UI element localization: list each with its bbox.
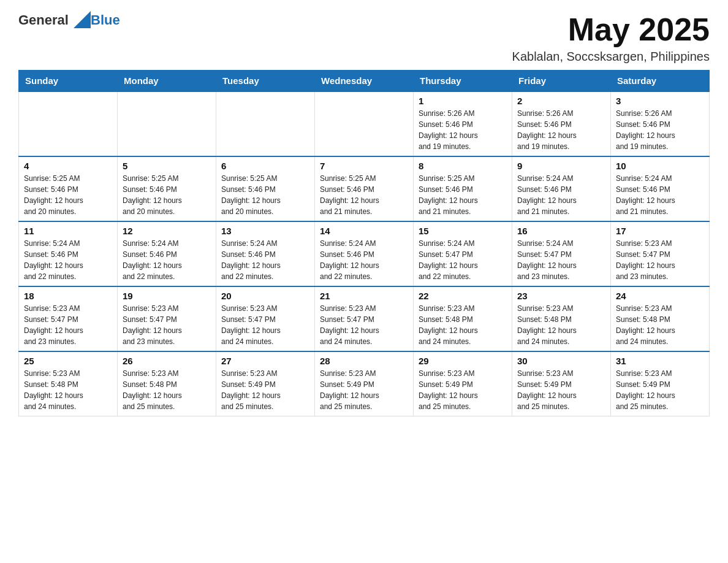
day-number: 21	[320, 291, 408, 301]
day-info: Sunrise: 5:24 AM Sunset: 5:46 PM Dayligh…	[123, 238, 211, 282]
calendar-header-tuesday: Tuesday	[216, 71, 315, 92]
day-number: 27	[221, 356, 309, 366]
month-title: May 2025	[512, 12, 710, 47]
day-info: Sunrise: 5:25 AM Sunset: 5:46 PM Dayligh…	[221, 173, 309, 217]
calendar-cell: 4Sunrise: 5:25 AM Sunset: 5:46 PM Daylig…	[19, 156, 118, 221]
calendar-cell: 28Sunrise: 5:23 AM Sunset: 5:49 PM Dayli…	[315, 351, 414, 416]
day-info: Sunrise: 5:24 AM Sunset: 5:47 PM Dayligh…	[517, 238, 605, 282]
calendar-cell: 23Sunrise: 5:23 AM Sunset: 5:48 PM Dayli…	[512, 286, 611, 351]
calendar-header-sunday: Sunday	[19, 71, 118, 92]
day-number: 18	[24, 291, 112, 301]
calendar-cell: 31Sunrise: 5:23 AM Sunset: 5:49 PM Dayli…	[611, 351, 710, 416]
calendar-cell: 2Sunrise: 5:26 AM Sunset: 5:46 PM Daylig…	[512, 91, 611, 156]
calendar-cell: 10Sunrise: 5:24 AM Sunset: 5:46 PM Dayli…	[611, 156, 710, 221]
day-info: Sunrise: 5:23 AM Sunset: 5:49 PM Dayligh…	[616, 368, 704, 412]
day-info: Sunrise: 5:24 AM Sunset: 5:46 PM Dayligh…	[517, 173, 605, 217]
day-info: Sunrise: 5:26 AM Sunset: 5:46 PM Dayligh…	[616, 108, 704, 152]
day-number: 1	[419, 96, 507, 106]
day-info: Sunrise: 5:23 AM Sunset: 5:49 PM Dayligh…	[419, 368, 507, 412]
calendar-week-row: 11Sunrise: 5:24 AM Sunset: 5:46 PM Dayli…	[19, 221, 710, 286]
svg-marker-0	[74, 11, 91, 28]
calendar-cell: 6Sunrise: 5:25 AM Sunset: 5:46 PM Daylig…	[216, 156, 315, 221]
day-info: Sunrise: 5:24 AM Sunset: 5:47 PM Dayligh…	[419, 238, 507, 282]
logo-triangle-icon	[74, 11, 91, 28]
day-number: 14	[320, 226, 408, 236]
day-info: Sunrise: 5:24 AM Sunset: 5:46 PM Dayligh…	[320, 238, 408, 282]
day-info: Sunrise: 5:25 AM Sunset: 5:46 PM Dayligh…	[123, 173, 211, 217]
day-number: 11	[24, 226, 112, 236]
calendar-week-row: 18Sunrise: 5:23 AM Sunset: 5:47 PM Dayli…	[19, 286, 710, 351]
calendar-cell: 3Sunrise: 5:26 AM Sunset: 5:46 PM Daylig…	[611, 91, 710, 156]
location-subtitle: Kablalan, Soccsksargen, Philippines	[512, 50, 710, 64]
day-number: 19	[123, 291, 211, 301]
day-info: Sunrise: 5:26 AM Sunset: 5:46 PM Dayligh…	[517, 108, 605, 152]
day-info: Sunrise: 5:24 AM Sunset: 5:46 PM Dayligh…	[221, 238, 309, 282]
day-number: 9	[517, 161, 605, 171]
day-info: Sunrise: 5:23 AM Sunset: 5:48 PM Dayligh…	[419, 303, 507, 347]
day-info: Sunrise: 5:23 AM Sunset: 5:47 PM Dayligh…	[320, 303, 408, 347]
day-number: 24	[616, 291, 704, 301]
day-number: 30	[517, 356, 605, 366]
day-info: Sunrise: 5:23 AM Sunset: 5:49 PM Dayligh…	[320, 368, 408, 412]
day-info: Sunrise: 5:23 AM Sunset: 5:48 PM Dayligh…	[123, 368, 211, 412]
title-block: May 2025 Kablalan, Soccsksargen, Philipp…	[512, 12, 710, 64]
calendar-table: SundayMondayTuesdayWednesdayThursdayFrid…	[18, 70, 710, 416]
day-number: 28	[320, 356, 408, 366]
day-info: Sunrise: 5:23 AM Sunset: 5:48 PM Dayligh…	[616, 303, 704, 347]
calendar-cell: 9Sunrise: 5:24 AM Sunset: 5:46 PM Daylig…	[512, 156, 611, 221]
calendar-cell: 11Sunrise: 5:24 AM Sunset: 5:46 PM Dayli…	[19, 221, 118, 286]
day-number: 20	[221, 291, 309, 301]
calendar-cell: 24Sunrise: 5:23 AM Sunset: 5:48 PM Dayli…	[611, 286, 710, 351]
calendar-header-row: SundayMondayTuesdayWednesdayThursdayFrid…	[19, 71, 710, 92]
calendar-cell: 22Sunrise: 5:23 AM Sunset: 5:48 PM Dayli…	[414, 286, 512, 351]
day-number: 10	[616, 161, 704, 171]
calendar-cell: 27Sunrise: 5:23 AM Sunset: 5:49 PM Dayli…	[216, 351, 315, 416]
calendar-cell: 25Sunrise: 5:23 AM Sunset: 5:48 PM Dayli…	[19, 351, 118, 416]
day-info: Sunrise: 5:23 AM Sunset: 5:47 PM Dayligh…	[221, 303, 309, 347]
calendar-cell: 20Sunrise: 5:23 AM Sunset: 5:47 PM Dayli…	[216, 286, 315, 351]
day-number: 23	[517, 291, 605, 301]
day-number: 13	[221, 226, 309, 236]
calendar-header-monday: Monday	[118, 71, 216, 92]
day-number: 5	[123, 161, 211, 171]
calendar-week-row: 25Sunrise: 5:23 AM Sunset: 5:48 PM Dayli…	[19, 351, 710, 416]
day-info: Sunrise: 5:24 AM Sunset: 5:46 PM Dayligh…	[24, 238, 112, 282]
calendar-cell: 16Sunrise: 5:24 AM Sunset: 5:47 PM Dayli…	[512, 221, 611, 286]
day-info: Sunrise: 5:25 AM Sunset: 5:46 PM Dayligh…	[24, 173, 112, 217]
calendar-cell	[19, 91, 118, 156]
day-info: Sunrise: 5:25 AM Sunset: 5:46 PM Dayligh…	[320, 173, 408, 217]
calendar-week-row: 1Sunrise: 5:26 AM Sunset: 5:46 PM Daylig…	[19, 91, 710, 156]
calendar-cell: 15Sunrise: 5:24 AM Sunset: 5:47 PM Dayli…	[414, 221, 512, 286]
calendar-header-thursday: Thursday	[414, 71, 512, 92]
calendar-cell: 12Sunrise: 5:24 AM Sunset: 5:46 PM Dayli…	[118, 221, 216, 286]
calendar-cell: 19Sunrise: 5:23 AM Sunset: 5:47 PM Dayli…	[118, 286, 216, 351]
calendar-cell: 18Sunrise: 5:23 AM Sunset: 5:47 PM Dayli…	[19, 286, 118, 351]
day-info: Sunrise: 5:23 AM Sunset: 5:48 PM Dayligh…	[517, 303, 605, 347]
day-number: 3	[616, 96, 704, 106]
day-number: 25	[24, 356, 112, 366]
day-info: Sunrise: 5:23 AM Sunset: 5:49 PM Dayligh…	[517, 368, 605, 412]
day-number: 16	[517, 226, 605, 236]
day-number: 4	[24, 161, 112, 171]
logo-text-blue: Blue	[91, 12, 120, 28]
day-number: 7	[320, 161, 408, 171]
day-number: 8	[419, 161, 507, 171]
calendar-header-wednesday: Wednesday	[315, 71, 414, 92]
calendar-cell	[315, 91, 414, 156]
logo-text-general: General	[18, 12, 91, 28]
day-number: 31	[616, 356, 704, 366]
day-number: 22	[419, 291, 507, 301]
day-number: 26	[123, 356, 211, 366]
day-info: Sunrise: 5:23 AM Sunset: 5:47 PM Dayligh…	[616, 238, 704, 282]
day-info: Sunrise: 5:24 AM Sunset: 5:46 PM Dayligh…	[616, 173, 704, 217]
page-header: General Blue May 2025 Kablalan, Soccsksa…	[18, 12, 710, 64]
day-info: Sunrise: 5:23 AM Sunset: 5:48 PM Dayligh…	[24, 368, 112, 412]
calendar-cell	[118, 91, 216, 156]
day-number: 29	[419, 356, 507, 366]
calendar-cell: 8Sunrise: 5:25 AM Sunset: 5:46 PM Daylig…	[414, 156, 512, 221]
day-info: Sunrise: 5:23 AM Sunset: 5:49 PM Dayligh…	[221, 368, 309, 412]
day-number: 2	[517, 96, 605, 106]
calendar-cell: 29Sunrise: 5:23 AM Sunset: 5:49 PM Dayli…	[414, 351, 512, 416]
calendar-cell: 21Sunrise: 5:23 AM Sunset: 5:47 PM Dayli…	[315, 286, 414, 351]
calendar-cell: 7Sunrise: 5:25 AM Sunset: 5:46 PM Daylig…	[315, 156, 414, 221]
